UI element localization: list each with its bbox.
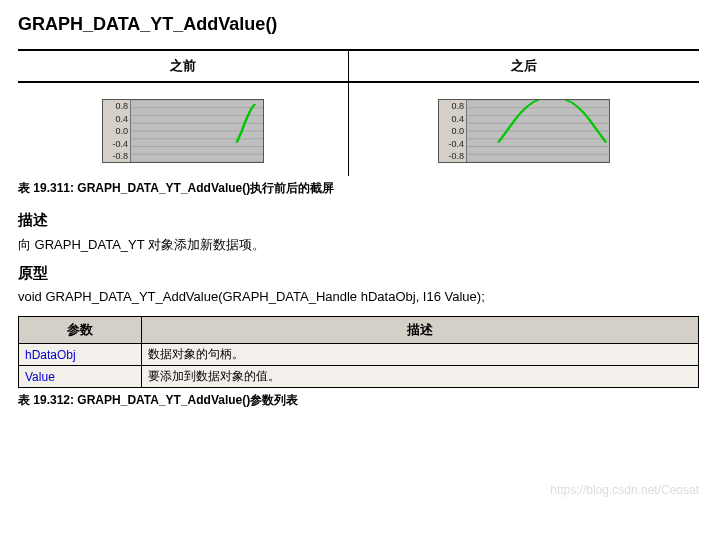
param-header-desc: 描述 [142, 317, 699, 344]
caption-comparison: 表 19.311: GRAPH_DATA_YT_AddValue()执行前后的截… [18, 180, 699, 197]
table-row: Value 要添加到数据对象的值。 [19, 366, 699, 388]
comparison-table: 之前 之后 0.8 0.4 0.0 -0.4 -0.8 0.8 0.4 0. [18, 49, 699, 176]
col-after-header: 之后 [348, 50, 699, 82]
col-before-header: 之前 [18, 50, 348, 82]
proto-heading: 原型 [18, 264, 699, 283]
param-desc: 数据对象的句柄。 [142, 344, 699, 366]
caption-params: 表 19.312: GRAPH_DATA_YT_AddValue()参数列表 [18, 392, 699, 409]
yticks-after: 0.8 0.4 0.0 -0.4 -0.8 [439, 100, 467, 162]
yticks-before: 0.8 0.4 0.0 -0.4 -0.8 [103, 100, 131, 162]
param-table: 参数 描述 hDataObj 数据对象的句柄。 Value 要添加到数据对象的值… [18, 316, 699, 388]
param-desc: 要添加到数据对象的值。 [142, 366, 699, 388]
param-header-name: 参数 [19, 317, 142, 344]
graph-after: 0.8 0.4 0.0 -0.4 -0.8 [438, 99, 610, 163]
desc-heading: 描述 [18, 211, 699, 230]
graph-before: 0.8 0.4 0.0 -0.4 -0.8 [102, 99, 264, 163]
proto-text: void GRAPH_DATA_YT_AddValue(GRAPH_DATA_H… [18, 289, 699, 304]
desc-text: 向 GRAPH_DATA_YT 对象添加新数据项。 [18, 236, 699, 254]
cell-after: 0.8 0.4 0.0 -0.4 -0.8 [348, 82, 699, 176]
page-title: GRAPH_DATA_YT_AddValue() [18, 14, 699, 35]
table-row: hDataObj 数据对象的句柄。 [19, 344, 699, 366]
param-name: hDataObj [19, 344, 142, 366]
param-name: Value [19, 366, 142, 388]
cell-before: 0.8 0.4 0.0 -0.4 -0.8 [18, 82, 348, 176]
